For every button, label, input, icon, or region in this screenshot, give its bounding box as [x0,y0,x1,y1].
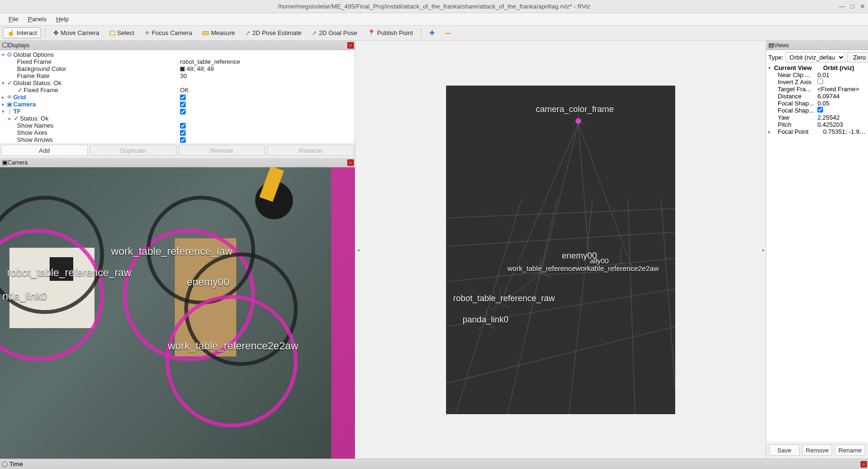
svg-line-15 [541,272,590,275]
tree-global-status[interactable]: Global Status: Ok [13,79,61,87]
svg-line-8 [628,199,635,414]
prop-focal-shape1[interactable]: Focal Shap... [768,100,817,107]
minimize-button[interactable]: — [839,3,845,10]
arrow-green-icon: ➚ [312,29,317,36]
focus-icon: ✧ [145,29,150,36]
displays-title: Displays [8,42,29,49]
tree-fixed-frame[interactable]: Fixed Frame [17,58,52,65]
show-names-checkbox[interactable] [180,123,186,129]
views-panel: ▤ Views Type: Orbit (rviz_defau Zero ▾Cu… [766,41,868,442]
toolbar: ☝ Interact ✥ Move Camera Select ✧ Focus … [0,26,868,41]
svg-line-9 [661,199,675,388]
val-fixed-frame[interactable]: robot_table_reference [180,58,240,65]
svg-point-20 [576,118,581,124]
camera-viewport[interactable]: work_table_reference_law robot_table_ref… [0,167,355,459]
tool-publish-point[interactable]: 📍 Publish Point [363,27,417,38]
tree-status-ok[interactable]: Status: Ok [20,115,49,122]
camera-header[interactable]: ▣ Camera ○ [0,158,355,167]
camera-label-work-table: work_table_reference_law [111,245,232,258]
pin-icon: 📍 [368,29,375,36]
views-save-button[interactable]: Save [769,444,799,456]
prop-invert-z[interactable]: Invert Z Axis [768,78,817,86]
tree-show-arrows[interactable]: Show Arrows [17,136,53,143]
tree-frame-rate[interactable]: Frame Rate [17,72,50,79]
check-icon: ✓ [13,115,19,122]
camera-label-enemy: enemy00 [187,276,230,288]
camera-checkbox[interactable] [180,102,186,107]
tool-measure[interactable]: Measure [198,27,239,38]
tree-show-names[interactable]: Show Names [17,122,53,129]
panel-close-button[interactable]: ○ [347,42,354,49]
svg-line-7 [569,199,593,414]
svg-line-36 [486,324,496,329]
clock-icon [2,461,8,467]
vp-label-panda: panda_link0 [463,315,508,325]
tree-grid[interactable]: Grid [13,94,26,101]
displays-header[interactable]: 🖵 Displays ○ [0,41,355,50]
tool-add[interactable]: ✚ [425,27,439,38]
viewport-3d[interactable]: camera_color_frame enemy00 ally00 work_t… [446,86,675,414]
tool-move-camera[interactable]: ✥ Move Camera [49,27,103,38]
prop-near-clip[interactable]: Near Clip ... [768,71,817,78]
panel-close-button[interactable]: ○ [347,159,354,166]
invert-z-checkbox[interactable] [817,78,823,84]
zero-button[interactable]: Zero [847,52,868,62]
window-controls: — □ ✕ [839,3,865,10]
grid-checkbox[interactable] [180,95,186,100]
splitter-left[interactable]: ◂ [356,235,360,264]
close-button[interactable]: ✕ [860,3,865,10]
val-frame-rate[interactable]: 30 [180,72,187,79]
val-fixed-frame-status: OK [180,87,189,94]
vp-label-ally: ally00 [590,257,609,265]
menu-help[interactable]: Help [52,14,74,25]
displays-body: ▾⚙Global Options Fixed Frame Background … [0,50,355,143]
tree-global-options[interactable]: Global Options [13,51,54,58]
toolbar-separator [421,28,421,38]
tf-checkbox[interactable] [180,109,186,114]
val-bg-color[interactable]: 48; 48; 48 [187,65,214,72]
color-swatch[interactable] [180,67,185,71]
views-remove-button[interactable]: Remove [802,444,833,456]
tree-bg-color[interactable]: Background Color [17,65,66,72]
tree-fixed-frame-status[interactable]: Fixed Frame [24,87,58,94]
displays-tree[interactable]: ▾⚙Global Options Fixed Frame Background … [0,50,180,143]
prop-distance[interactable]: Distance [768,93,817,100]
svg-line-4 [446,327,675,383]
gear-icon: ⚙ [7,51,12,58]
prop-target-frame[interactable]: Target Fra... [768,86,817,93]
prop-focal-shape2[interactable]: Focal Shap... [768,107,817,114]
views-body: Type: Orbit (rviz_defau Zero ▾Current Vi… [766,50,868,442]
maximize-button[interactable]: □ [851,3,854,10]
tool-remove[interactable]: — [441,27,455,38]
show-axes-checkbox[interactable] [180,130,186,136]
prop-current-view[interactable]: Current View [774,64,823,71]
focal-shape-checkbox[interactable] [817,107,823,113]
prop-yaw[interactable]: Yaw [768,114,817,121]
tool-interact[interactable]: ☝ Interact [3,27,41,38]
tool-2d-goal-pose[interactable]: ➚ 2D Goal Pose [308,27,361,38]
toolbar-separator [45,28,45,38]
tool-focus-camera[interactable]: ✧ Focus Camera [140,27,196,38]
tool-select[interactable]: Select [105,27,138,38]
show-arrows-checkbox[interactable] [180,137,186,143]
views-icon: ▤ [768,42,774,49]
svg-line-1 [446,232,675,246]
prop-pitch[interactable]: Pitch [768,121,817,128]
splitter-right[interactable]: ▸ [761,235,765,264]
panel-close-button[interactable]: ○ [860,461,867,468]
tree-tf[interactable]: TF [13,108,21,115]
displays-values: robot_table_reference 48; 48; 48 30 OK [180,50,355,143]
views-rename-button[interactable]: Rename [835,444,865,456]
menu-panels[interactable]: Panels [23,14,52,25]
views-type-select[interactable]: Orbit (rviz_defau [785,52,845,62]
views-header[interactable]: ▤ Views [766,41,868,50]
menu-file[interactable]: File [4,14,23,25]
tool-2d-pose-estimate[interactable]: ➚ 2D Pose Estimate [241,27,306,38]
tree-camera[interactable]: Camera [13,101,36,108]
check-icon: ✓ [7,79,12,87]
time-panel[interactable]: Time ○ [0,459,868,469]
arrow-green-icon: ➚ [245,29,250,36]
tree-show-axes[interactable]: Show Axes [17,129,47,136]
prop-focal-point[interactable]: Focal Point [774,128,823,135]
add-button[interactable]: Add [1,145,88,156]
